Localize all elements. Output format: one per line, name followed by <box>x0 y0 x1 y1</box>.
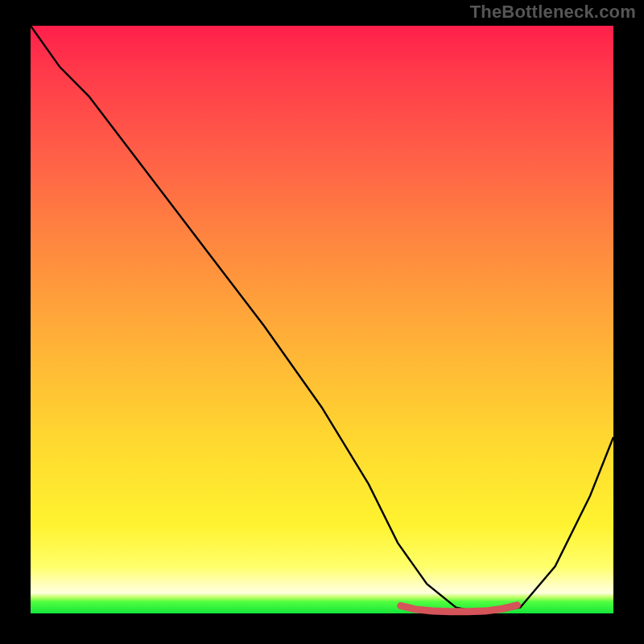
chart-svg <box>31 26 613 613</box>
bottleneck-curve <box>31 26 613 613</box>
plot-area <box>31 26 613 613</box>
chart-frame: TheBottleneck.com <box>0 0 644 644</box>
watermark-text: TheBottleneck.com <box>470 2 636 23</box>
optimum-band <box>401 605 518 612</box>
